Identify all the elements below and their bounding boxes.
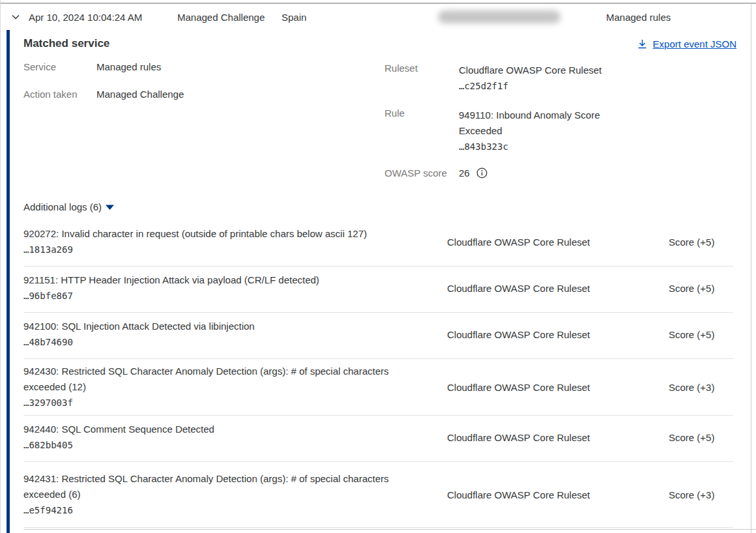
event-country: Spain (282, 12, 306, 23)
log-score: Score (+5) (656, 329, 733, 340)
event-action-taken: Managed Challenge (177, 12, 265, 23)
rule-value-block: 949110: Inbound Anomaly Score Exceeded …… (459, 108, 610, 154)
owasp-score-value: 26 (459, 167, 470, 179)
log-ruleset: Cloudflare OWASP Core Ruleset (447, 283, 656, 294)
expanded-row-accent-bar (7, 30, 10, 533)
log-rule-title: 942430: Restricted SQL Character Anomaly… (23, 364, 424, 395)
log-row: 942430: Restricted SQL Character Anomaly… (23, 359, 733, 416)
additional-logs-label: Additional logs (6) (23, 201, 102, 212)
log-rule-title: 920272: Invalid character in request (ou… (23, 226, 424, 242)
info-icon[interactable] (476, 167, 487, 179)
ruleset-ref: …c25d2f1f (459, 78, 615, 94)
ruleset-value: Cloudflare OWASP Core Ruleset (459, 63, 615, 78)
log-rule-title: 942100: SQL Injection Attack Detected vi… (23, 319, 424, 334)
event-timestamp: Apr 10, 2024 10:04:24 AM (29, 12, 142, 23)
log-rule-title: 942440: SQL Comment Sequence Detected (23, 422, 424, 437)
service-value: Managed rules (96, 61, 161, 72)
log-ruleset: Cloudflare OWASP Core Ruleset (447, 237, 656, 248)
log-row: 942440: SQL Comment Sequence Detected …6… (23, 416, 733, 462)
log-score: Score (+5) (656, 432, 733, 443)
log-ruleset: Cloudflare OWASP Core Ruleset (447, 329, 656, 340)
log-rule-ref: …1813a269 (23, 242, 424, 257)
ruleset-value-block: Cloudflare OWASP Core Ruleset …c25d2f1f (459, 63, 615, 94)
additional-logs-toggle[interactable]: Additional logs (6) (23, 201, 114, 212)
redacted-host-value (438, 10, 560, 23)
log-row: 942431: Restricted SQL Character Anomaly… (23, 462, 733, 528)
panel-title: Matched service (23, 37, 109, 50)
action-taken-value: Managed Challenge (96, 89, 184, 100)
log-rule-title: 921151: HTTP Header Injection Attack via… (23, 272, 424, 288)
log-score: Score (+3) (656, 382, 733, 393)
log-ruleset: Cloudflare OWASP Core Ruleset (447, 432, 656, 443)
log-score: Score (+3) (656, 489, 733, 500)
chevron-down-icon[interactable] (10, 11, 22, 23)
owasp-score-label: OWASP score (385, 167, 447, 179)
log-rule-title: 942431: Restricted SQL Character Anomaly… (23, 471, 424, 502)
additional-logs-table: 920272: Invalid character in request (ou… (23, 220, 733, 528)
log-rule-ref: …96bfe867 (23, 288, 424, 304)
rule-ref: …843b323c (459, 139, 610, 154)
rule-value: 949110: Inbound Anomaly Score Exceeded (459, 108, 610, 139)
log-rule-ref: …3297003f (23, 395, 424, 411)
triangle-down-icon (106, 205, 114, 210)
action-taken-label: Action taken (23, 89, 78, 100)
owasp-score-value-row: 26 (459, 167, 487, 179)
export-event-json-link[interactable]: Export event JSON (637, 38, 736, 50)
log-rule-ref: …e5f94216 (23, 502, 424, 518)
log-score: Score (+5) (656, 237, 733, 248)
event-row[interactable]: Apr 10, 2024 10:04:24 AM Managed Challen… (0, 4, 751, 30)
log-score: Score (+5) (656, 283, 733, 294)
log-row: 942100: SQL Injection Attack Detected vi… (23, 313, 733, 359)
next-row-divider (23, 529, 756, 530)
log-rule-ref: …682bb405 (23, 437, 424, 453)
service-label: Service (23, 61, 56, 72)
log-row: 921151: HTTP Header Injection Attack via… (23, 266, 733, 313)
log-rule-ref: …48b74690 (23, 334, 424, 350)
export-link-label: Export event JSON (653, 38, 736, 50)
rule-label: Rule (385, 108, 405, 119)
log-ruleset: Cloudflare OWASP Core Ruleset (447, 382, 656, 393)
ruleset-label: Ruleset (385, 63, 418, 74)
event-service: Managed rules (606, 12, 671, 23)
log-ruleset: Cloudflare OWASP Core Ruleset (447, 489, 656, 500)
log-row: 920272: Invalid character in request (ou… (23, 220, 733, 266)
table-right-border (751, 3, 751, 533)
table-left-border (0, 0, 1, 533)
download-icon (637, 39, 647, 50)
